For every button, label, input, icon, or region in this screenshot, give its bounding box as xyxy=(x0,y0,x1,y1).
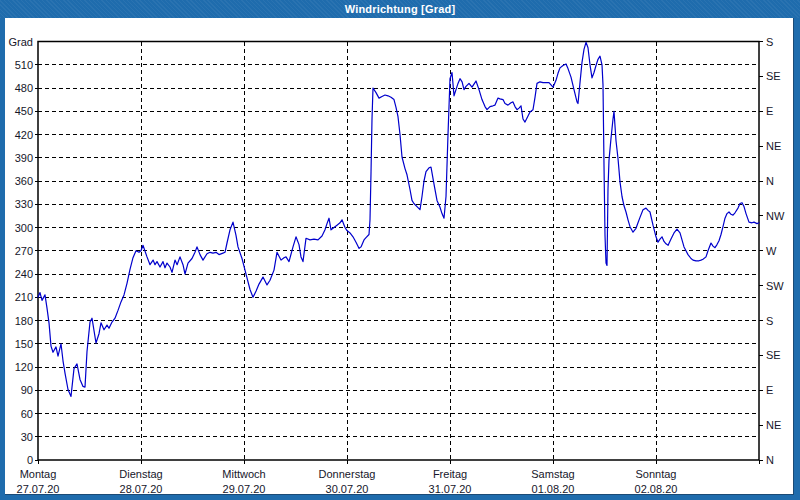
y-axis-tick-label: 180 xyxy=(15,315,33,327)
y-axis-tick-label: 480 xyxy=(15,82,33,94)
x-axis-day-date: 29.07.20 xyxy=(223,483,266,495)
x-axis-day-date: 30.07.20 xyxy=(326,483,369,495)
y-axis-tick-label: 90 xyxy=(21,384,33,396)
x-axis-day-date: 28.07.20 xyxy=(120,483,163,495)
y-axis-tick-label: 60 xyxy=(21,408,33,420)
compass-axis-label: S xyxy=(766,315,773,327)
y-axis-tick-label: 390 xyxy=(15,152,33,164)
compass-axis-label: N xyxy=(766,175,774,187)
y-axis-tick-label: 210 xyxy=(15,291,33,303)
x-axis-day-date: 31.07.20 xyxy=(429,483,472,495)
y-axis-tick-label: 360 xyxy=(15,175,33,187)
y-axis-tick-label: 120 xyxy=(15,361,33,373)
compass-axis-label: NW xyxy=(766,210,785,222)
compass-axis-label: N xyxy=(766,454,774,466)
compass-axis-label: E xyxy=(766,105,773,117)
x-axis-day-date: 02.08.20 xyxy=(635,483,678,495)
x-axis-day-name: Sonntag xyxy=(636,468,677,480)
y-axis-tick-label: 510 xyxy=(15,59,33,71)
x-axis-day-name: Samstag xyxy=(531,468,574,480)
compass-axis-label: S xyxy=(766,36,773,48)
compass-axis-label: NE xyxy=(766,140,781,152)
x-axis-day-name: Dienstag xyxy=(119,468,162,480)
x-axis-day-name: Mittwoch xyxy=(222,468,265,480)
y-axis-unit-label: Grad xyxy=(9,36,33,48)
x-axis-day-date: 27.07.20 xyxy=(17,483,60,495)
compass-axis-label: SE xyxy=(766,70,781,82)
y-axis-tick-label: 270 xyxy=(15,245,33,257)
x-axis-day-date: 01.08.20 xyxy=(532,483,575,495)
x-axis-day-name: Donnerstag xyxy=(319,468,376,480)
compass-axis-label: W xyxy=(766,245,777,257)
y-axis-tick-label: 30 xyxy=(21,431,33,443)
y-axis-tick-label: 0 xyxy=(27,454,33,466)
y-axis-tick-label: 240 xyxy=(15,268,33,280)
y-axis-tick-label: 300 xyxy=(15,222,33,234)
x-axis-day-name: Montag xyxy=(20,468,57,480)
compass-axis-label: SW xyxy=(766,280,784,292)
app-window: Windrichtung [Grad] Grad0306090120150180… xyxy=(0,0,800,500)
compass-axis-label: SE xyxy=(766,349,781,361)
compass-axis-label: NE xyxy=(766,419,781,431)
y-axis-tick-label: 150 xyxy=(15,338,33,350)
compass-axis-label: E xyxy=(766,384,773,396)
x-axis-day-name: Freitag xyxy=(433,468,467,480)
chart-canvas: Grad030609012015018021024027030033036039… xyxy=(0,0,800,500)
y-axis-tick-label: 420 xyxy=(15,129,33,141)
y-axis-tick-label: 450 xyxy=(15,105,33,117)
y-axis-tick-label: 330 xyxy=(15,198,33,210)
